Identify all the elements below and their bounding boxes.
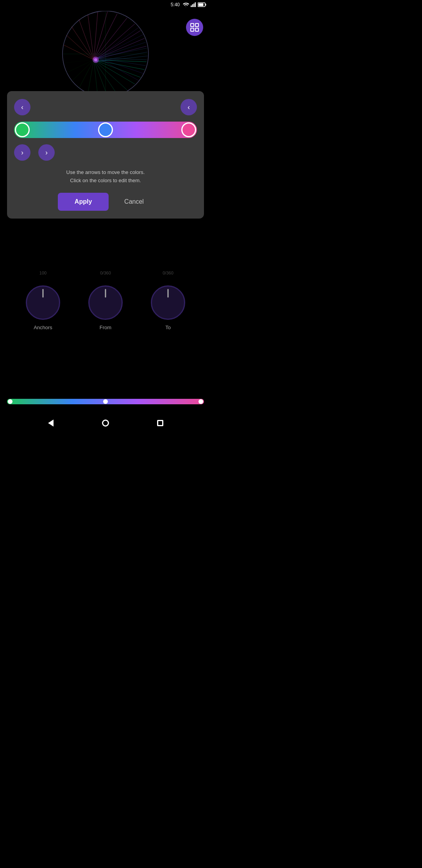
- svg-line-21: [66, 60, 94, 73]
- signal-icon: [191, 2, 196, 7]
- spirograph: radial lines: [57, 11, 154, 97]
- arrow-button-2[interactable]: ›: [38, 144, 55, 161]
- to-knob[interactable]: [151, 285, 185, 320]
- to-knob-indicator: [168, 289, 169, 298]
- anchors-knob[interactable]: [26, 285, 60, 320]
- svg-rect-1: [192, 4, 193, 7]
- color-thumb-pink[interactable]: [181, 122, 196, 137]
- expand-button[interactable]: [186, 19, 203, 36]
- back-nav-button[interactable]: [45, 417, 57, 429]
- back-button-2[interactable]: ‹: [181, 99, 197, 115]
- to-knob-item: To: [151, 285, 185, 330]
- svg-line-39: [98, 48, 147, 58]
- svg-rect-51: [195, 28, 198, 31]
- knobs-section: Anchors From To: [0, 285, 211, 330]
- modal-nav-row: ‹ ‹: [14, 99, 197, 115]
- svg-line-33: [72, 27, 94, 60]
- svg-rect-0: [191, 5, 192, 7]
- status-icons: [183, 2, 206, 7]
- from-number: 0/360: [88, 271, 123, 275]
- hint-text: Use the arrows to move the colors. Click…: [14, 169, 197, 185]
- arrow-buttons-row: › ›: [14, 144, 197, 161]
- svg-rect-48: [191, 23, 194, 27]
- svg-rect-50: [191, 28, 194, 31]
- svg-rect-6: [198, 4, 204, 6]
- battery-icon: [198, 2, 206, 7]
- from-knob[interactable]: [88, 285, 123, 320]
- status-time: 5:40: [171, 2, 180, 7]
- color-thumb-green[interactable]: [15, 122, 30, 137]
- wifi-icon: [183, 2, 189, 7]
- visualization-area: radial lines: [0, 0, 211, 94]
- knob-numbers-row: 100 0/360 0/360: [0, 271, 211, 275]
- color-thumb-blue[interactable]: [98, 122, 113, 137]
- hint-line-2: Click on the colors to edit them.: [70, 178, 141, 183]
- home-nav-icon: [102, 420, 109, 427]
- anchors-knob-indicator: [43, 289, 44, 298]
- svg-line-42: [98, 58, 143, 74]
- hint-line-1: Use the arrows to move the colors.: [66, 169, 145, 175]
- anchors-knob-label: Anchors: [34, 325, 52, 330]
- svg-rect-2: [193, 4, 195, 7]
- svg-line-45: [98, 27, 139, 58]
- svg-rect-5: [206, 4, 206, 6]
- apply-button[interactable]: Apply: [58, 193, 109, 211]
- color-editor-modal: ‹ ‹ › › Use the arrows to move the color…: [7, 91, 204, 219]
- to-number: 0/360: [151, 271, 185, 275]
- bottom-gradient-bar[interactable]: [7, 399, 204, 404]
- gradient-track[interactable]: [14, 122, 197, 138]
- bottom-dot-right[interactable]: [198, 399, 203, 404]
- back-nav-icon: [48, 420, 54, 427]
- expand-icon: [190, 23, 199, 32]
- svg-line-19: [79, 60, 94, 88]
- android-nav-bar: [0, 412, 211, 434]
- anchors-knob-item: Anchors: [26, 285, 60, 330]
- svg-line-14: [94, 60, 127, 90]
- recent-nav-button[interactable]: [154, 417, 166, 429]
- bottom-dot-center[interactable]: [103, 399, 108, 404]
- action-buttons: Apply Cancel: [14, 193, 197, 211]
- arrow-button-1[interactable]: ›: [14, 144, 30, 161]
- back-button-1[interactable]: ‹: [14, 99, 30, 115]
- bottom-dot-left[interactable]: [8, 399, 13, 404]
- svg-line-32: [79, 20, 94, 60]
- from-knob-item: From: [88, 285, 123, 330]
- svg-rect-49: [195, 23, 198, 27]
- svg-line-34: [66, 35, 94, 60]
- svg-line-27: [94, 18, 127, 60]
- from-knob-indicator: [105, 289, 106, 298]
- svg-rect-3: [195, 2, 196, 7]
- anchors-number: 100: [26, 271, 60, 275]
- home-nav-button[interactable]: [100, 417, 111, 429]
- from-knob-label: From: [100, 325, 111, 330]
- recent-nav-icon: [157, 420, 163, 426]
- status-bar: 5:40: [0, 0, 211, 9]
- cancel-button[interactable]: Cancel: [115, 193, 153, 211]
- spirograph-svg: radial lines: [57, 11, 154, 97]
- svg-line-31: [88, 15, 94, 60]
- to-knob-label: To: [165, 325, 171, 330]
- svg-point-47: [94, 58, 97, 61]
- svg-line-22: [64, 60, 94, 63]
- svg-line-38: [98, 58, 147, 60]
